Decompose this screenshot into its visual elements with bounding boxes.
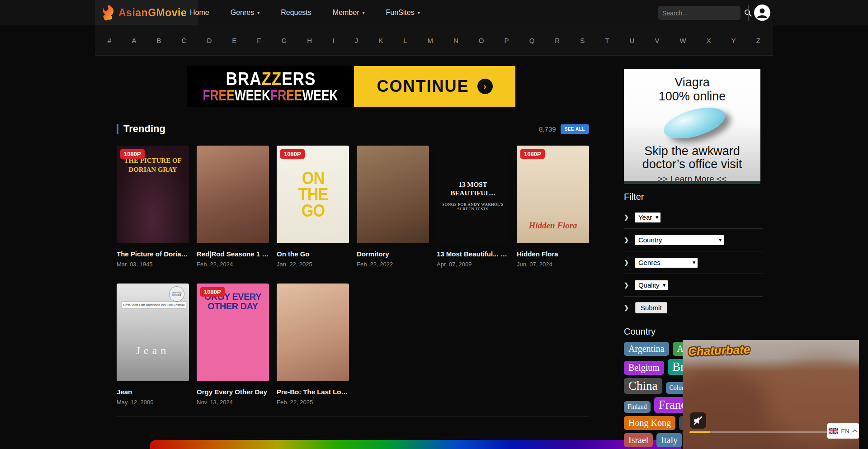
movie-card[interactable]: ONTHEGO1080POn the GoJan. 22, 2025	[277, 146, 349, 268]
alphabet-letter-U[interactable]: U	[630, 37, 635, 44]
alphabet-letter-Q[interactable]: Q	[529, 37, 535, 44]
alphabet-letter-B[interactable]: B	[156, 37, 161, 44]
mute-button[interactable]	[690, 412, 706, 429]
nav-item-member[interactable]: Member▾	[333, 9, 365, 17]
alphabet-letter-T[interactable]: T	[605, 37, 609, 44]
quality-badge: 1080P	[280, 149, 305, 159]
brazzers-ad-banner[interactable]: BRAZZERS FREEWEEKFREEWEEK CONTINUE ›	[187, 66, 515, 107]
alphabet-letter-#[interactable]: #	[108, 37, 111, 44]
alphabet-letter-L[interactable]: L	[403, 37, 407, 44]
alphabet-letter-Z[interactable]: Z	[756, 37, 760, 44]
language-selector[interactable]: EN	[827, 423, 859, 439]
nav-item-requests[interactable]: Requests	[281, 9, 311, 17]
alphabet-letter-G[interactable]: G	[282, 37, 287, 44]
movie-title[interactable]: Jean	[117, 388, 189, 396]
movie-title[interactable]: Orgy Every Other Day	[197, 388, 269, 396]
movie-card[interactable]: Jean1st PRIZE WINNERBest Short Film Barc…	[117, 284, 189, 406]
country-tag-belgium[interactable]: Belgium	[624, 361, 664, 375]
alphabet-letter-Y[interactable]: Y	[731, 37, 736, 44]
poster-title-text: ONTHEGO	[296, 167, 330, 222]
alphabet-letter-R[interactable]: R	[555, 37, 560, 44]
movie-title[interactable]: Hidden Flora	[517, 250, 589, 258]
poster-title-text: Jean	[117, 342, 189, 359]
alphabet-letter-J[interactable]: J	[354, 37, 358, 44]
movie-poster[interactable]: ONTHEGO1080P	[277, 146, 349, 243]
movie-card[interactable]: Pre-Bo: The Last Love ...Feb. 22, 2025	[277, 284, 349, 406]
quality-badge: 1080P	[120, 149, 145, 159]
chevron-right-icon: ❯	[624, 304, 629, 311]
movie-title[interactable]: The Picture of Dorian G...	[117, 250, 189, 258]
alphabet-letter-V[interactable]: V	[655, 37, 659, 44]
movie-date: Jun. 07, 2024	[517, 261, 589, 268]
nav-item-funsites[interactable]: FunSites▾	[386, 9, 420, 17]
uk-flag-icon	[829, 428, 838, 434]
filter-row: ❯Quality▾	[624, 274, 763, 297]
nav-item-label: Member	[333, 9, 359, 17]
movie-title[interactable]: Dormitory	[357, 250, 429, 258]
filter-select-country[interactable]: Country▾	[635, 235, 724, 245]
movie-title[interactable]: Pre-Bo: The Last Love ...	[277, 388, 349, 396]
alphabet-letter-O[interactable]: O	[479, 37, 484, 44]
alphabet-letter-H[interactable]: H	[307, 37, 312, 44]
alphabet-letter-S[interactable]: S	[580, 37, 585, 44]
alphabet-letter-W[interactable]: W	[679, 37, 686, 44]
alphabet-letter-I[interactable]: I	[332, 37, 334, 44]
see-all-button[interactable]: SEE ALL	[561, 124, 589, 134]
search-input[interactable]	[662, 9, 744, 17]
movie-title[interactable]: 13 Most Beautiful... So...	[437, 250, 509, 258]
country-tag-china[interactable]: China	[624, 378, 662, 394]
nav-item-home[interactable]: Home	[190, 9, 209, 17]
search-box[interactable]	[658, 6, 741, 20]
country-tag-israel[interactable]: Israel	[624, 433, 653, 447]
movie-card[interactable]: DormitoryFeb. 22, 2022	[357, 146, 429, 268]
alphabet-letter-F[interactable]: F	[257, 37, 261, 44]
movie-card[interactable]: 13 MOSTBEAUTIFUL...SONGS FOR ANDY WARHOL…	[437, 146, 509, 268]
alphabet-letter-K[interactable]: K	[378, 37, 383, 44]
rainbow-ad-banner[interactable]	[150, 440, 681, 449]
movie-title[interactable]: On the Go	[277, 250, 349, 258]
country-title: Country	[624, 326, 656, 337]
movie-poster[interactable]	[197, 146, 269, 243]
alphabet-letter-N[interactable]: N	[453, 37, 458, 44]
filter-select-year[interactable]: Year▾	[635, 213, 660, 222]
movie-poster[interactable]	[277, 284, 349, 381]
movie-date: Feb. 22, 2024	[197, 261, 269, 268]
alphabet-letter-M[interactable]: M	[427, 37, 433, 44]
movie-poster[interactable]: ORGY EVERYOTHER DAY1080P	[197, 284, 269, 381]
logo[interactable]: AsianGMovie	[95, 0, 198, 25]
movie-title[interactable]: Red|Rod Seasone 1 – D...	[197, 250, 269, 258]
movie-poster[interactable]: 13 MOSTBEAUTIFUL...SONGS FOR ANDY WARHOL…	[437, 146, 509, 243]
country-tag-italy[interactable]: Italy	[656, 433, 682, 447]
alphabet-letter-P[interactable]: P	[505, 37, 509, 44]
country-tag-argentina[interactable]: Argentina	[624, 342, 669, 356]
movie-poster[interactable]	[357, 146, 429, 243]
country-tag-hong-kong[interactable]: Hong Kong	[624, 416, 675, 430]
movie-card[interactable]: ORGY EVERYOTHER DAY1080POrgy Every Other…	[197, 284, 269, 406]
movie-card[interactable]: THE PICTURE OF DORIAN GRAY1080PThe Pictu…	[117, 146, 189, 268]
account-avatar-icon[interactable]	[754, 5, 770, 21]
alphabet-letter-D[interactable]: D	[207, 37, 212, 44]
alphabet-letter-A[interactable]: A	[132, 37, 136, 44]
alphabet-letter-X[interactable]: X	[707, 37, 711, 44]
movie-date: Feb. 22, 2022	[357, 261, 429, 268]
movie-poster[interactable]: THE PICTURE OF DORIAN GRAY1080P	[117, 146, 189, 243]
nav-item-genres[interactable]: Genres▾	[231, 9, 260, 17]
movie-poster[interactable]: Hidden Flora1080P	[517, 146, 589, 243]
alphabet-letter-C[interactable]: C	[182, 37, 187, 44]
cam-ad-video-player[interactable]: Chaturbate EN	[683, 340, 859, 449]
alphabet-letter-E[interactable]: E	[232, 37, 236, 44]
movie-card[interactable]: Red|Rod Seasone 1 – D...Feb. 22, 2024	[197, 146, 269, 268]
country-tag-finland[interactable]: Finland	[624, 401, 651, 413]
chevron-right-icon: ❯	[624, 282, 629, 288]
filter-select-genres[interactable]: Genres▾	[635, 258, 698, 268]
video-progress-fill	[689, 431, 710, 433]
section-title: Trending	[123, 123, 165, 135]
filter-select-quality[interactable]: Quality▾	[635, 280, 668, 290]
ad-bottom-strip	[624, 181, 760, 184]
viagra-ad[interactable]: Viagra 100% online Skip the awkward doct…	[624, 69, 760, 184]
movie-card[interactable]: Hidden Flora1080PHidden FloraJun. 07, 20…	[517, 146, 589, 268]
banner-cta-button[interactable]: CONTINUE ›	[354, 66, 515, 107]
filter-submit-button[interactable]: Submit	[635, 302, 667, 313]
alphabet-filter-bar: #ABCDEFGHIJKLMNOPQRSTUVWXYZ	[95, 25, 773, 56]
movie-poster[interactable]: Jean1st PRIZE WINNERBest Short Film Barc…	[117, 284, 189, 381]
